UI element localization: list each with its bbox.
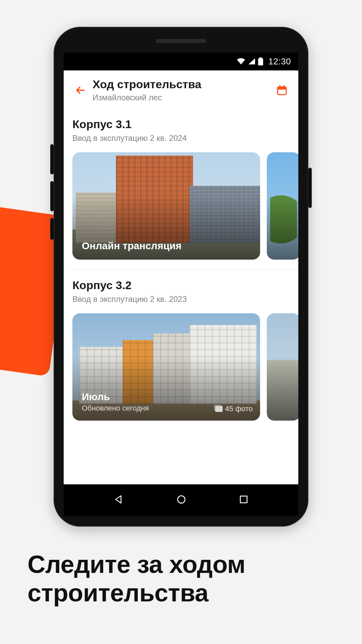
- building-section: Корпус 3.2 Ввод в эксплутацию 2 кв. 2023…: [64, 270, 298, 431]
- circle-home-icon: [176, 494, 187, 505]
- month-gallery-card[interactable]: Июль Обновлено сегодня 45 фото: [72, 313, 260, 421]
- marketing-headline: Следите за ходом строительства: [27, 550, 335, 607]
- page-subtitle: Измайловский лес: [93, 93, 274, 102]
- back-button[interactable]: [72, 83, 88, 98]
- card-label: Июль: [82, 391, 253, 402]
- cellular-icon: [248, 58, 256, 65]
- calendar-icon: [276, 85, 288, 96]
- photos-icon: [215, 406, 223, 412]
- svg-rect-3: [278, 87, 286, 90]
- wifi-icon: [236, 58, 246, 65]
- live-stream-card[interactable]: Онлайн трансляция: [72, 152, 260, 260]
- phone-side-button: [50, 218, 54, 240]
- card-label: Онлайн трансляция: [82, 240, 253, 252]
- app-bar: Ход строительства Измайловский лес: [64, 70, 298, 109]
- cards-row[interactable]: Июль Обновлено сегодня 45 фото: [72, 313, 290, 421]
- calendar-button[interactable]: [274, 83, 290, 98]
- status-clock: 12:30: [268, 56, 291, 67]
- battery-icon: [258, 57, 263, 65]
- svg-rect-7: [240, 496, 247, 503]
- square-recents-icon: [238, 494, 249, 505]
- phone-frame: 12:30 Ход строительства Измайловский лес: [54, 27, 308, 527]
- arrow-left-icon: [74, 84, 86, 96]
- next-card-peek[interactable]: [267, 152, 298, 260]
- android-nav-bar: [64, 484, 298, 516]
- triangle-back-icon: [113, 494, 124, 505]
- phone-side-button: [50, 181, 54, 211]
- next-card-peek[interactable]: [267, 313, 298, 421]
- scroll-content[interactable]: Корпус 3.1 Ввод в эксплутацию 2 кв. 2024…: [64, 109, 298, 484]
- section-subtitle: Ввод в эксплутацию 2 кв. 2024: [72, 133, 290, 143]
- phone-side-button: [50, 144, 54, 174]
- app-content: Ход строительства Измайловский лес Корпу…: [64, 70, 298, 484]
- building-section: Корпус 3.1 Ввод в эксплутацию 2 кв. 2024…: [64, 109, 298, 270]
- svg-rect-1: [258, 58, 263, 65]
- photo-count-badge: 45 фото: [215, 405, 253, 413]
- phone-screen: 12:30 Ход строительства Измайловский лес: [64, 52, 298, 516]
- photo-count-text: 45 фото: [225, 405, 253, 413]
- section-subtitle: Ввод в эксплутацию 2 кв. 2023: [72, 294, 290, 304]
- phone-power-button: [308, 168, 312, 208]
- nav-back-button[interactable]: [113, 494, 124, 506]
- svg-rect-0: [259, 57, 262, 58]
- cards-row[interactable]: Онлайн трансляция: [72, 152, 290, 260]
- section-title: Корпус 3.2: [72, 279, 290, 292]
- nav-recents-button[interactable]: [238, 494, 249, 506]
- svg-point-6: [178, 496, 185, 503]
- nav-home-button[interactable]: [176, 494, 187, 506]
- section-title: Корпус 3.1: [72, 118, 290, 131]
- status-bar: 12:30: [64, 52, 298, 70]
- phone-earpiece: [156, 39, 206, 43]
- page-title: Ход строительства: [93, 78, 274, 91]
